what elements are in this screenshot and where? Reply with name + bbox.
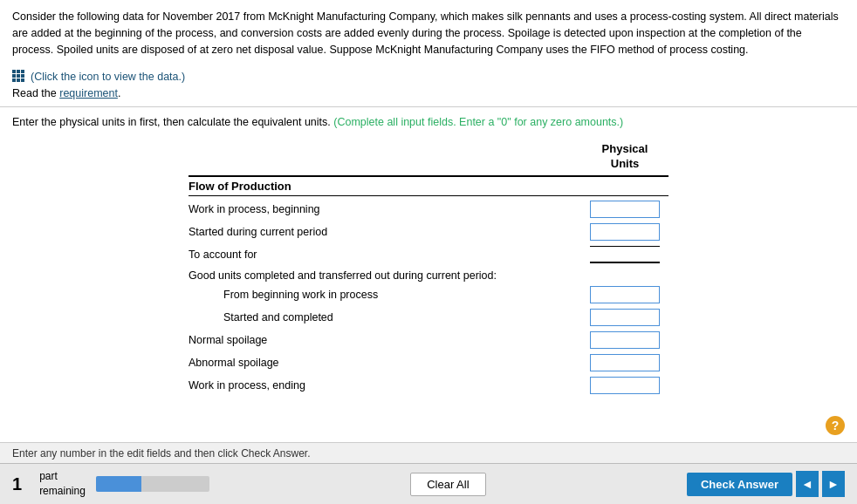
part-number: 1	[12, 474, 22, 494]
requirement-link[interactable]: requirement	[59, 87, 118, 99]
read-req-suffix: .	[118, 87, 120, 99]
section-label-good-units: Good units completed and transferred out…	[189, 266, 668, 283]
row-label-to-account-for: To account for	[189, 249, 581, 261]
col-header-physical: Physical Units	[581, 142, 668, 172]
footer-center: Clear All	[410, 473, 485, 496]
help-icon[interactable]: ?	[826, 416, 845, 435]
table-row: Abnormal spoilage	[189, 351, 668, 374]
total-cell-to-account-for	[581, 246, 668, 263]
clear-all-button[interactable]: Clear All	[410, 473, 485, 496]
bottom-bar: Enter any number in the edit fields and …	[0, 442, 857, 463]
progress-bar-fill	[96, 476, 141, 492]
main-area: Enter the physical units in first, then …	[0, 107, 857, 442]
input-wip-ending[interactable]	[590, 377, 660, 394]
table-section-header: Flow of Production	[189, 175, 668, 196]
input-cell-started	[581, 223, 668, 241]
table-row: Started and completed	[189, 306, 668, 329]
table-row: Work in process, ending	[189, 374, 668, 397]
table-container: Physical Units Flow of Production Work i…	[189, 142, 668, 397]
footer-left: 1 part remaining	[12, 469, 209, 499]
nav-next-button[interactable]: ►	[822, 471, 845, 497]
instruction: Enter the physical units in first, then …	[12, 116, 845, 128]
row-label-from-beginning: From beginning work in process	[189, 289, 581, 301]
grid-icon	[12, 70, 26, 84]
table-row: Normal spoilage	[189, 329, 668, 351]
footer: 1 part remaining Clear All Check Answer …	[0, 463, 857, 504]
input-started-completed[interactable]	[590, 309, 660, 326]
total-display-to-account-for	[590, 246, 660, 263]
remaining-label: remaining	[39, 484, 86, 499]
input-cell-from-beginning	[581, 286, 668, 303]
complete-note: (Complete all input fields. Enter a "0" …	[333, 116, 623, 128]
row-label-abnormal-spoilage: Abnormal spoilage	[189, 357, 581, 369]
input-abnormal-spoilage[interactable]	[590, 354, 660, 371]
footer-right: Check Answer ◄ ►	[687, 471, 845, 497]
table-row: From beginning work in process	[189, 283, 668, 306]
row-label-normal-spoilage: Normal spoilage	[189, 334, 581, 346]
table-row-total: To account for	[189, 243, 668, 266]
input-cell-normal-spoilage	[581, 331, 668, 349]
table-row: Started during current period	[189, 221, 668, 243]
row-label-wip-ending: Work in process, ending	[189, 379, 581, 392]
table-header-row: Physical Units	[189, 142, 668, 175]
input-cell-wip-ending	[581, 377, 668, 394]
hint-text: Enter any number in the edit fields and …	[12, 447, 311, 460]
top-content: Consider the following data for November…	[0, 0, 857, 107]
row-label-started: Started during current period	[189, 226, 581, 238]
nav-prev-button[interactable]: ◄	[796, 471, 819, 497]
icon-link[interactable]: (Click the icon to view the data.)	[12, 70, 185, 84]
icon-link-text: (Click the icon to view the data.)	[31, 71, 185, 83]
read-req-prefix: Read the	[12, 87, 59, 99]
input-cell-wip-begin	[581, 201, 668, 218]
read-requirement: Read the requirement.	[12, 87, 845, 99]
instruction-main: Enter the physical units in first, then …	[12, 116, 331, 128]
description-text: Consider the following data for November…	[12, 9, 845, 58]
input-cell-abnormal-spoilage	[581, 354, 668, 371]
part-label: part	[39, 469, 86, 484]
check-answer-button[interactable]: Check Answer	[687, 473, 792, 496]
progress-bar-container	[96, 476, 209, 492]
input-normal-spoilage[interactable]	[590, 331, 660, 349]
row-label-wip-begin: Work in process, beginning	[189, 203, 581, 215]
flow-of-production-label: Flow of Production	[189, 180, 581, 193]
row-label-started-completed: Started and completed	[189, 311, 581, 324]
input-wip-begin[interactable]	[590, 201, 660, 218]
table-row: Work in process, beginning	[189, 198, 668, 221]
input-started[interactable]	[590, 223, 660, 241]
part-info: part remaining	[39, 469, 86, 499]
input-cell-started-completed	[581, 309, 668, 326]
input-from-beginning[interactable]	[590, 286, 660, 303]
